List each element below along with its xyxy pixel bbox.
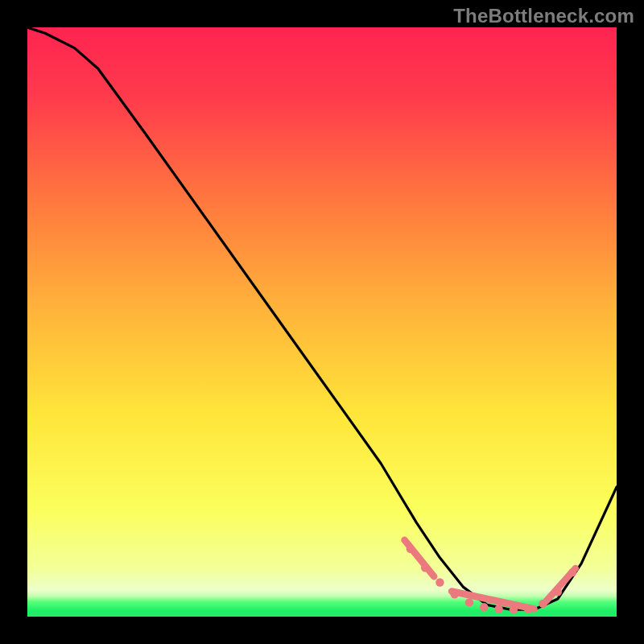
svg-point-1 [421, 564, 429, 572]
svg-point-11 [568, 568, 576, 576]
svg-point-6 [494, 605, 502, 613]
chart-plot-area [27, 27, 617, 617]
svg-point-8 [524, 605, 532, 613]
svg-point-2 [436, 578, 444, 586]
watermark-text: TheBottleneck.com [453, 5, 634, 27]
svg-point-9 [539, 600, 547, 608]
svg-point-0 [407, 545, 415, 553]
svg-point-7 [510, 605, 518, 613]
svg-point-3 [451, 590, 459, 598]
gradient-background [27, 27, 617, 617]
svg-point-4 [465, 598, 473, 606]
svg-point-5 [480, 603, 488, 611]
chart-svg [27, 27, 617, 617]
svg-point-10 [554, 588, 562, 596]
